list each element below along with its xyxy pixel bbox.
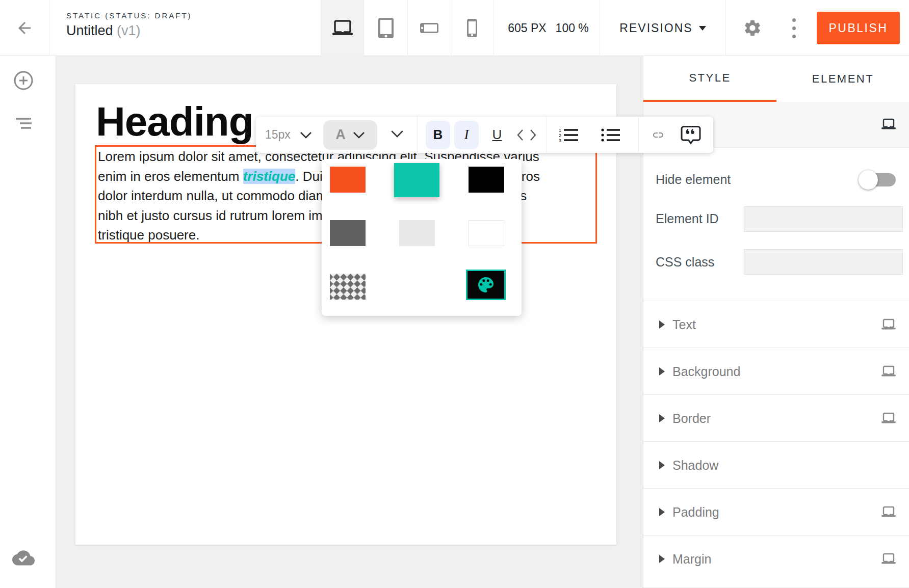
code-button[interactable] (511, 121, 542, 149)
page-version: (v1) (117, 23, 141, 38)
swatch-black[interactable] (469, 167, 504, 193)
italic-button[interactable]: I (454, 121, 479, 149)
device-tablet-button[interactable] (365, 0, 408, 56)
page-status-label: STATIC (STATUS: DRAFT) (66, 11, 192, 20)
zoom-level-value: 100 % (556, 21, 589, 35)
plus-circle-icon (13, 70, 34, 91)
revisions-dropdown[interactable]: REVISIONS (600, 0, 726, 56)
page-title-text: Untitled (66, 23, 113, 38)
highlighted-word: tristique (243, 169, 296, 184)
device-scope-icon[interactable] (881, 506, 896, 518)
accordion-text[interactable]: Text (643, 301, 909, 348)
swatch-white[interactable] (469, 220, 504, 246)
underline-button[interactable]: U (485, 121, 509, 149)
caret-down-icon (699, 26, 706, 31)
swatch-orange[interactable] (330, 167, 366, 193)
swatch-light-gray[interactable] (399, 220, 435, 246)
revisions-label: REVISIONS (619, 21, 692, 35)
chevron-right-icon (659, 367, 665, 376)
chevron-down-icon (391, 130, 404, 138)
text-format-toolbar: 15px A B I U 1 2 3 (256, 117, 713, 153)
device-mobile-landscape-button[interactable] (408, 0, 451, 56)
accordion-margin[interactable]: Margin (643, 535, 909, 582)
swatch-custom-color[interactable] (466, 270, 506, 300)
toggle-knob (859, 170, 878, 190)
more-options-button[interactable] (784, 13, 804, 43)
back-button[interactable] (0, 0, 49, 56)
text-color-label: A (335, 127, 346, 143)
viewport-info: 605 PX 100 % (497, 0, 600, 56)
device-mobile-portrait-button[interactable] (451, 0, 494, 56)
device-scope-icon[interactable] (881, 118, 896, 130)
link-button[interactable] (642, 121, 674, 149)
accordion-background[interactable]: Background (643, 348, 909, 394)
canvas-heading-element[interactable]: Heading (96, 98, 253, 145)
device-desktop-button[interactable] (321, 0, 364, 56)
accordion-padding[interactable]: Padding (643, 488, 909, 535)
document-title-block: STATIC (STATUS: DRAFT) Untitled (v1) (66, 11, 192, 39)
kebab-icon (792, 18, 796, 22)
tab-element[interactable]: ELEMENT (776, 56, 909, 102)
text-color-dropdown[interactable]: A (323, 120, 377, 150)
hide-element-toggle[interactable] (859, 168, 897, 192)
mobile-portrait-icon (466, 18, 478, 38)
quote-icon (680, 125, 702, 145)
device-scope-icon[interactable] (881, 365, 896, 378)
css-class-input[interactable] (744, 249, 903, 275)
element-id-label: Element ID (656, 211, 719, 226)
transparent-pattern-icon (330, 274, 366, 300)
code-icon (516, 128, 537, 142)
toolbar-divider (417, 117, 418, 153)
device-scope-icon[interactable] (881, 553, 896, 565)
font-size-dropdown[interactable]: 15px (265, 128, 312, 142)
device-scope-icon[interactable] (881, 318, 896, 331)
divider (643, 587, 909, 587)
element-tree-button[interactable] (12, 112, 35, 135)
tab-style[interactable]: STYLE (643, 56, 776, 102)
tablet-icon (378, 17, 394, 39)
link-icon (648, 129, 668, 141)
palette-icon (476, 275, 496, 295)
color-picker-popover (322, 159, 522, 316)
ordered-list-button[interactable]: 1 2 3 (553, 121, 585, 149)
desktop-icon (331, 20, 354, 36)
top-bar: STATIC (STATUS: DRAFT) Untitled (v1) (0, 0, 909, 56)
unordered-list-icon (601, 127, 621, 143)
publish-button[interactable]: PUBLISH (817, 12, 900, 44)
chevron-right-icon (659, 414, 665, 422)
chevron-right-icon (659, 508, 665, 516)
page-title: Untitled (v1) (66, 23, 192, 39)
hide-element-label: Hide element (656, 172, 731, 187)
chevron-down-icon (353, 131, 365, 139)
chevron-down-icon (300, 131, 312, 139)
bold-button[interactable]: B (426, 121, 450, 149)
cloud-check-icon (12, 549, 35, 566)
viewport-width-value: 605 PX (508, 21, 546, 35)
swatch-teal[interactable] (394, 163, 439, 197)
add-element-button[interactable] (12, 69, 35, 92)
toolbar-divider (546, 117, 547, 153)
element-id-input[interactable] (744, 206, 903, 232)
left-sidebar (0, 56, 56, 588)
settings-button[interactable] (740, 16, 765, 40)
quote-button[interactable] (674, 121, 707, 149)
gear-icon (743, 18, 762, 38)
toolbar-divider (638, 117, 639, 153)
back-arrow-icon (15, 19, 34, 37)
chevron-right-icon (659, 555, 665, 563)
swatch-transparent[interactable] (330, 274, 366, 300)
accordion-border[interactable]: Border (643, 394, 909, 441)
highlight-color-dropdown[interactable] (391, 130, 404, 140)
svg-text:3: 3 (559, 138, 561, 143)
svg-text:2: 2 (559, 133, 561, 138)
device-scope-icon[interactable] (881, 412, 896, 424)
unordered-list-button[interactable] (594, 121, 627, 149)
svg-text:1: 1 (559, 128, 561, 133)
mobile-landscape-icon (420, 22, 439, 34)
font-size-value: 15px (265, 128, 291, 142)
css-class-label: CSS class (656, 255, 714, 270)
swatch-dark-gray[interactable] (330, 220, 366, 246)
accordion-shadow[interactable]: Shadow (643, 441, 909, 488)
tree-list-icon (14, 117, 33, 130)
saved-status-indicator (12, 546, 35, 569)
